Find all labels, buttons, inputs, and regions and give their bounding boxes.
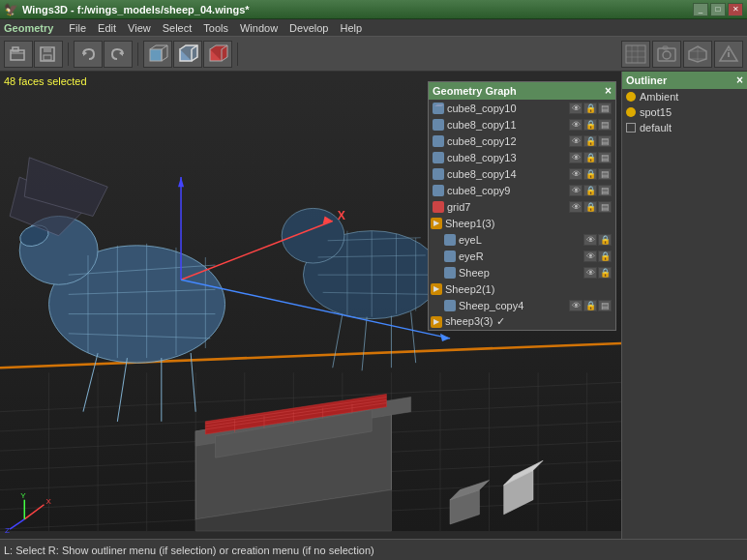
menu-item-develop[interactable]: Develop [284, 21, 334, 35]
close-button[interactable]: ✕ [728, 3, 743, 16]
selection-info: 48 faces selected [4, 75, 87, 87]
gg-group-sheep2[interactable]: ▶ Sheep2(1) [429, 280, 615, 297]
menu-item-file[interactable]: File [63, 21, 92, 35]
gg-visibility-button[interactable]: 👁 [569, 201, 583, 213]
gg-expand-button[interactable]: ▤ [598, 152, 612, 163]
undo-button[interactable] [74, 41, 103, 68]
info-button[interactable] [714, 41, 743, 68]
menu-item-window[interactable]: Window [234, 21, 284, 35]
gg-item-cube8-copy11[interactable]: cube8_copy11 👁 🔒 ▤ [429, 116, 615, 133]
svg-text:Y: Y [20, 491, 26, 500]
gg-visibility-button[interactable]: 👁 [569, 185, 583, 196]
gg-lock-button[interactable]: 🔒 [583, 135, 597, 147]
light-icon [626, 107, 636, 117]
main-area: 48 faces selected [0, 72, 747, 539]
gg-item-cube8-copy12[interactable]: cube8_copy12 👁 🔒 ▤ [429, 133, 615, 149]
open-button[interactable] [4, 41, 33, 68]
redo-button[interactable] [104, 41, 133, 68]
svg-rect-3 [44, 47, 51, 52]
mesh-icon [444, 251, 456, 262]
geometry-graph-close-button[interactable]: × [605, 84, 612, 98]
gg-lock-button[interactable]: 🔒 [598, 251, 612, 262]
gg-group-sheep1[interactable]: ▶ Sheep1(3) [429, 215, 615, 231]
outliner-item-spot15[interactable]: spot15 [622, 104, 747, 120]
gg-visibility-button[interactable]: 👁 [583, 267, 597, 279]
outliner-label: Outliner [626, 74, 667, 86]
gg-lock-button[interactable]: 🔒 [598, 267, 612, 279]
camera-button[interactable] [652, 41, 681, 68]
gg-item-label: cube8_copy10 [447, 103, 566, 114]
gg-item-cube8-copy9[interactable]: cube8_copy9 👁 🔒 ▤ [429, 182, 615, 198]
gg-item-controls: 👁 🔒 ▤ [569, 135, 612, 147]
gg-group-sheep3[interactable]: ▶ sheep3(3) ✓ [429, 313, 615, 330]
svg-rect-113 [434, 172, 441, 178]
gg-item-eyeR[interactable]: eyeR 👁 🔒 [429, 248, 615, 264]
gg-lock-button[interactable]: 🔒 [583, 185, 597, 196]
folder-icon: ▶ [431, 316, 442, 328]
gg-expand-button[interactable]: ▤ [598, 168, 612, 180]
gg-item-sheep[interactable]: Sheep 👁 🔒 [429, 264, 615, 280]
gg-visibility-button[interactable]: 👁 [569, 103, 583, 114]
menu-item-view[interactable]: View [122, 21, 157, 35]
gg-visibility-button[interactable]: 👁 [569, 119, 583, 131]
view-wireframe-button[interactable] [203, 41, 232, 68]
gg-visibility-button[interactable]: 👁 [569, 152, 583, 163]
gg-item-grid7[interactable]: grid7 👁 🔒 ▤ [429, 198, 615, 215]
gg-item-controls: 👁 🔒 ▤ [569, 152, 612, 163]
gg-item-sheep-copy4[interactable]: Sheep_copy4 👁 🔒 ▤ [429, 297, 615, 313]
gg-lock-button[interactable]: 🔒 [583, 103, 597, 114]
outliner-close-button[interactable]: × [736, 74, 743, 87]
gg-item-label: Sheep_copy4 [459, 300, 566, 311]
svg-text:Z: Z [5, 526, 10, 535]
toolbar [0, 37, 747, 72]
gg-visibility-button[interactable]: 👁 [569, 300, 583, 311]
outliner-item-default[interactable]: default [622, 120, 747, 135]
light-icon [626, 92, 636, 102]
gg-item-controls: 👁 🔒 ▤ [569, 185, 612, 196]
gg-lock-button[interactable]: 🔒 [583, 300, 597, 311]
save-button[interactable] [34, 41, 63, 68]
gg-expand-button[interactable]: ▤ [598, 185, 612, 196]
gg-lock-button[interactable]: 🔒 [598, 234, 612, 246]
persp-button[interactable] [683, 41, 712, 68]
view-faces-button[interactable] [143, 41, 172, 68]
gg-item-cube8-copy14[interactable]: cube8_copy14 👁 🔒 ▤ [429, 165, 615, 182]
outliner-content: Ambient spot15 default [622, 89, 747, 135]
svg-text:X: X [46, 497, 52, 506]
menu-item-tools[interactable]: Tools [197, 21, 234, 35]
menu-section: Geometry [4, 22, 53, 34]
maximize-button[interactable]: □ [710, 3, 726, 16]
menu-item-help[interactable]: Help [334, 21, 368, 35]
minimize-button[interactable]: _ [693, 3, 708, 16]
gg-item-eyeL[interactable]: eyeL 👁 🔒 [429, 231, 615, 248]
gg-expand-button[interactable]: ▤ [598, 300, 612, 311]
menu-item-select[interactable]: Select [157, 21, 198, 35]
svg-rect-114 [434, 189, 441, 194]
view-edges-button[interactable] [173, 41, 202, 68]
gg-visibility-button[interactable]: 👁 [569, 168, 583, 180]
gg-lock-button[interactable]: 🔒 [583, 119, 597, 131]
geometry-graph-content: cube8_copy10 👁 🔒 ▤ cube8_copy11 👁 🔒 ▤ [429, 100, 615, 330]
outliner-item-ambient[interactable]: Ambient [622, 89, 747, 104]
menu-item-edit[interactable]: Edit [92, 21, 122, 35]
mesh-icon [433, 185, 444, 196]
grid-toggle-button[interactable] [621, 41, 650, 68]
gg-lock-button[interactable]: 🔒 [583, 201, 597, 213]
gg-expand-button[interactable]: ▤ [598, 201, 612, 213]
gg-item-cube8-copy10[interactable]: cube8_copy10 👁 🔒 ▤ [429, 100, 615, 116]
gg-lock-button[interactable]: 🔒 [583, 152, 597, 163]
title-bar: 🦅 Wings3D - f:/wings_models/sheep_04.win… [0, 0, 747, 19]
outliner-item-label: spot15 [640, 106, 672, 118]
mesh-icon [433, 103, 444, 114]
gg-group-label: Sheep1(3) [445, 218, 612, 229]
gg-visibility-button[interactable]: 👁 [583, 234, 597, 246]
gg-lock-button[interactable]: 🔒 [583, 168, 597, 180]
gg-expand-button[interactable]: ▤ [598, 135, 612, 147]
gg-visibility-button[interactable]: 👁 [569, 135, 583, 147]
gg-item-controls: 👁 🔒 [583, 234, 612, 246]
gg-expand-button[interactable]: ▤ [598, 103, 612, 114]
gg-visibility-button[interactable]: 👁 [583, 251, 597, 262]
outliner-panel: Outliner × Ambient spot15 default [621, 72, 747, 539]
gg-item-cube8-copy13[interactable]: cube8_copy13 👁 🔒 ▤ [429, 149, 615, 165]
gg-expand-button[interactable]: ▤ [598, 119, 612, 131]
